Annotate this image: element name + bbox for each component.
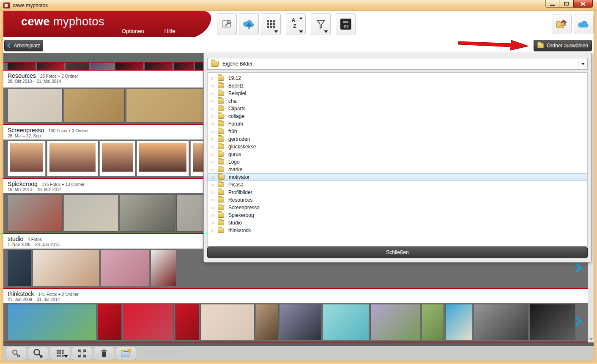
expand-arrow-icon[interactable]: ▷ <box>211 213 215 217</box>
thumbnail-sliver[interactable] <box>37 63 64 70</box>
filter-button[interactable] <box>311 13 331 35</box>
photo-thumbnail[interactable] <box>8 250 31 286</box>
photo-thumbnail[interactable] <box>8 304 96 340</box>
photo-thumbnail[interactable] <box>64 194 118 232</box>
rating-star-icon[interactable]: ☆ <box>165 350 172 357</box>
photo-thumbnail[interactable] <box>8 141 46 176</box>
home-folder-button[interactable] <box>552 14 572 34</box>
photo-thumbnail[interactable] <box>137 141 189 176</box>
photo-thumbnail[interactable] <box>175 304 199 340</box>
section-title[interactable]: studio <box>8 235 23 242</box>
pick-folder-button[interactable]: Ordner auswählen <box>534 40 592 51</box>
photo-thumbnail[interactable] <box>530 304 575 340</box>
combobox-dropdown-button[interactable] <box>578 58 587 69</box>
thumbnail-size-button[interactable] <box>50 347 70 360</box>
rename-button[interactable]: abc .jpg <box>336 13 356 35</box>
tree-item-studio[interactable]: ▷studio <box>208 219 587 227</box>
thumbnail-sliver[interactable] <box>115 63 143 70</box>
expand-arrow-icon[interactable]: ▷ <box>211 145 215 149</box>
expand-arrow-icon[interactable]: ▷ <box>211 228 215 233</box>
expand-arrow-icon[interactable]: ▷ <box>211 122 215 126</box>
expand-arrow-icon[interactable]: ▷ <box>211 160 215 164</box>
tree-item-profilbilder[interactable]: ▷Profilbilder <box>208 189 587 196</box>
back-arbeitsplatz-button[interactable]: Arbeitsplatz <box>4 40 43 51</box>
expand-arrow-icon[interactable]: ▷ <box>211 152 215 156</box>
fullscreen-button[interactable] <box>72 347 92 360</box>
tree-item-motivator[interactable]: ▷motivator <box>208 173 587 181</box>
tree-item-fr-h[interactable]: ▷früh <box>208 128 587 135</box>
photo-thumbnail[interactable] <box>8 89 63 123</box>
thumbnail-sliver[interactable] <box>66 63 89 70</box>
rating-star-icon[interactable]: ☆ <box>150 350 156 357</box>
photo-thumbnail[interactable] <box>151 250 176 286</box>
photo-thumbnail[interactable] <box>256 304 279 340</box>
rating-star-icon[interactable]: ☆ <box>142 350 149 357</box>
expand-arrow-icon[interactable]: ▷ <box>211 84 215 88</box>
photo-thumbnail[interactable] <box>47 141 98 176</box>
tree-item-resources[interactable]: ▷Resources <box>208 196 587 204</box>
thumbnail-sliver[interactable] <box>145 63 173 70</box>
tree-item-gl-ckskekse[interactable]: ▷glückskekse <box>208 143 587 151</box>
expand-arrow-icon[interactable]: ▷ <box>211 205 215 210</box>
expand-arrow-icon[interactable]: ▷ <box>211 129 215 134</box>
menu-hilfe[interactable]: Hilfe <box>164 28 175 34</box>
tree-item-beelitz[interactable]: ▷Beelitz <box>208 82 587 90</box>
expand-arrow-icon[interactable]: ▷ <box>211 175 216 179</box>
photo-thumbnail[interactable] <box>200 304 255 340</box>
expand-arrow-icon[interactable]: ▷ <box>211 167 215 172</box>
tree-item-beispiel[interactable]: ▷Beispiel <box>208 90 587 97</box>
minimize-button[interactable] <box>545 0 559 8</box>
photo-thumbnail[interactable] <box>370 304 420 340</box>
expand-arrow-icon[interactable]: ▷ <box>211 198 215 202</box>
scroll-right-chevron[interactable] <box>574 262 582 275</box>
photo-thumbnail[interactable] <box>8 194 63 232</box>
photo-thumbnail[interactable] <box>280 304 321 340</box>
tree-item-cha[interactable]: ▷cha <box>208 97 587 105</box>
photo-thumbnail[interactable] <box>99 141 135 176</box>
tree-item-screenpresso[interactable]: ▷Screenpresso <box>208 204 587 211</box>
expand-arrow-icon[interactable]: ▷ <box>211 107 215 111</box>
photo-thumbnail[interactable] <box>101 250 149 286</box>
section-title[interactable]: Screenpresso <box>8 127 44 134</box>
thumbnail-sliver[interactable] <box>8 63 36 70</box>
expand-arrow-icon[interactable]: ▷ <box>211 221 215 225</box>
thumbnail-sliver[interactable] <box>90 63 114 70</box>
section-title[interactable]: Resources <box>8 72 36 79</box>
close-panel-button[interactable]: Schließen <box>207 246 588 258</box>
cloud-sync-button[interactable] <box>574 14 594 34</box>
folder-combobox[interactable]: Eigene Bilder <box>207 58 588 70</box>
tree-item-gertruden[interactable]: ▷gertruden <box>208 135 587 143</box>
scrollbar-down-button[interactable] <box>588 336 594 342</box>
section-title[interactable]: thinkstock <box>8 290 34 297</box>
view-grid-button[interactable] <box>261 13 281 35</box>
tree-item-gurus[interactable]: ▷gurus <box>208 151 587 158</box>
maximize-button[interactable] <box>559 0 573 8</box>
sort-button[interactable]: A Z <box>286 13 306 35</box>
tree-item-logo[interactable]: ▷Logo <box>208 158 587 166</box>
expand-arrow-icon[interactable]: ▷ <box>211 183 215 187</box>
expand-arrow-icon[interactable]: ▷ <box>211 137 215 141</box>
photo-thumbnail[interactable] <box>64 89 125 123</box>
tree-item-collage[interactable]: ▷collage <box>208 112 587 120</box>
tree-item-cliparts[interactable]: ▷Cliparts <box>208 105 587 112</box>
photo-thumbnail[interactable] <box>422 304 444 340</box>
expand-arrow-icon[interactable]: ▷ <box>211 99 215 103</box>
tree-item-picasa[interactable]: ▷Picasa <box>208 181 587 189</box>
section-title[interactable]: Spiekeroog <box>8 181 38 187</box>
photo-thumbnail[interactable] <box>123 304 174 340</box>
scroll-right-chevron[interactable] <box>574 316 582 328</box>
photo-thumbnail[interactable] <box>445 304 472 340</box>
tree-item-thinkstock[interactable]: ▷thinkstock <box>208 227 587 234</box>
thumbnail-sliver[interactable] <box>174 63 194 70</box>
photo-thumbnail[interactable] <box>98 304 122 340</box>
expand-arrow-icon[interactable]: ▷ <box>211 91 215 96</box>
menu-optionen[interactable]: Optionen <box>122 28 144 34</box>
tree-item-19-12[interactable]: ▷19.12 <box>208 74 587 82</box>
tree-item-spiekeroog[interactable]: ▷Spiekeroog <box>208 211 587 219</box>
delete-button[interactable] <box>94 347 114 360</box>
photo-thumbnail[interactable] <box>33 250 99 286</box>
tree-item-forum[interactable]: ▷Forum <box>208 120 587 128</box>
rating-star-icon[interactable]: ☆ <box>157 350 164 357</box>
expand-arrow-icon[interactable]: ▷ <box>211 114 215 118</box>
new-folder-button[interactable]: ★ <box>116 347 136 360</box>
